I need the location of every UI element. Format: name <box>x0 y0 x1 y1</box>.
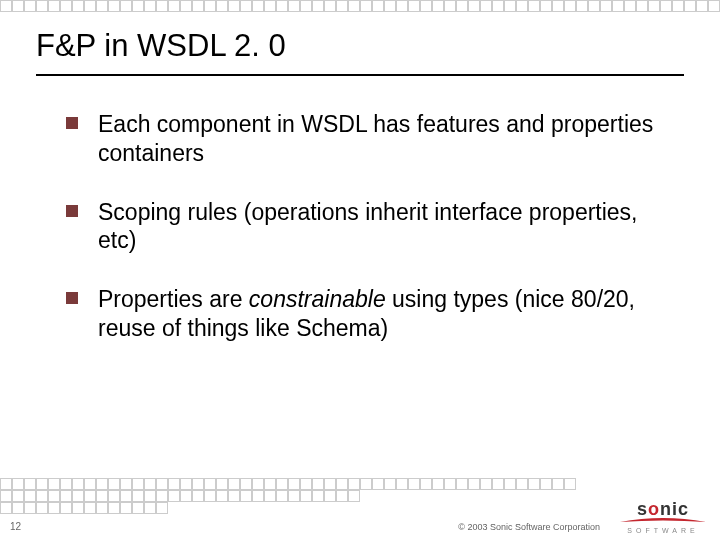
bottom-decorative-squares <box>0 478 576 514</box>
slide-number: 12 <box>10 521 21 532</box>
bullet-item: Properties are constrainable using types… <box>66 285 670 343</box>
logo-subtext: SOFTWARE <box>627 527 698 534</box>
slide-title: F&P in WSDL 2. 0 <box>36 28 286 64</box>
bullet-item: Each component in WSDL has features and … <box>66 110 670 168</box>
bullet-text: Scoping rules (operations inherit interf… <box>98 198 670 256</box>
slide-body: Each component in WSDL has features and … <box>66 110 670 373</box>
bullet-marker-icon <box>66 292 78 304</box>
bullet-text: Each component in WSDL has features and … <box>98 110 670 168</box>
bullet-marker-icon <box>66 117 78 129</box>
title-underline <box>36 74 684 76</box>
logo-swoosh-icon <box>620 516 706 526</box>
copyright-text: © 2003 Sonic Software Corporation <box>458 522 600 532</box>
top-decorative-squares <box>0 0 720 12</box>
bullet-text: Properties are constrainable using types… <box>98 285 670 343</box>
bullet-item: Scoping rules (operations inherit interf… <box>66 198 670 256</box>
sonic-logo: sonic SOFTWARE <box>620 500 706 534</box>
bullet-marker-icon <box>66 205 78 217</box>
